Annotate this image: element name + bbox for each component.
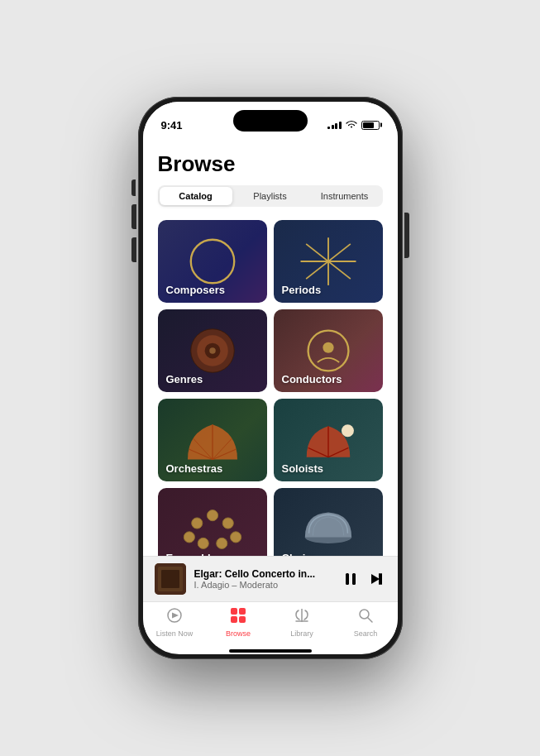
svg-point-30 [360,610,369,619]
tab-listen-now[interactable]: Listen Now [143,607,207,638]
svg-point-0 [190,240,234,284]
svg-point-18 [216,538,227,548]
grid-label-soloists: Soloists [282,462,324,475]
grid-item-conductors[interactable]: Conductors [274,309,383,392]
grid-label-conductors: Conductors [282,373,342,385]
skip-forward-button[interactable] [370,572,386,586]
grid-label-periods: Periods [282,284,322,296]
search-icon [357,607,374,628]
mini-player-info: Elgar: Cello Concerto in... I. Adagio – … [194,568,335,590]
tab-playlists[interactable]: Playlists [234,187,307,205]
grid-item-ensembles[interactable]: Ensembles [158,488,267,556]
svg-rect-23 [346,573,349,585]
grid-item-composers[interactable]: Composers [158,220,267,303]
home-indicator [229,649,312,653]
tab-label-listen-now: Listen Now [156,629,194,638]
tab-search[interactable]: Search [334,607,398,638]
grid-item-choirs[interactable]: Choirs [274,488,383,556]
mini-player-artwork [155,563,186,595]
grid-item-periods[interactable]: Periods [274,220,383,303]
svg-point-16 [230,532,241,543]
signal-icon [327,121,342,129]
svg-line-31 [368,618,372,622]
battery-icon [361,121,380,130]
browse-icon [230,607,246,628]
status-icons [327,120,380,131]
silent-switch[interactable] [131,179,136,196]
tab-label-library: Library [290,629,313,638]
tab-catalog[interactable]: Catalog [160,187,232,205]
tab-bar: Listen Now Browse [143,601,398,646]
svg-point-13 [191,518,202,529]
mini-player[interactable]: Elgar: Cello Concerto in... I. Adagio – … [143,556,398,601]
svg-point-17 [198,538,208,548]
mini-player-controls [343,572,386,586]
grid-item-orchestras[interactable]: Orchestras [158,399,267,481]
status-time: 9:41 [161,119,183,132]
tab-library[interactable]: Library [270,607,334,638]
phone-screen: 9:41 [143,102,398,654]
grid-label-choirs: Choirs [282,552,316,556]
tab-browse[interactable]: Browse [207,607,270,638]
page-title: Browse [158,151,383,177]
svg-point-14 [222,518,233,529]
svg-rect-24 [352,573,356,585]
grid-item-soloists[interactable]: Soloists [274,399,383,481]
grid-label-ensembles: Ensembles [166,552,223,556]
svg-point-8 [209,347,216,354]
browse-grid: Composers Periods [143,213,398,556]
phone-frame: 9:41 [138,97,403,659]
svg-point-10 [323,342,333,353]
main-content: Browse Catalog Playlists Instruments Com… [143,141,398,556]
svg-point-11 [341,424,353,437]
svg-rect-28 [231,616,237,623]
power-button[interactable] [404,213,409,258]
tab-label-search: Search [354,629,378,638]
grid-item-genres[interactable]: Genres [158,309,267,392]
listen-now-icon [166,607,183,628]
library-icon [294,607,310,628]
tab-instruments[interactable]: Instruments [308,187,381,205]
volume-up-button[interactable] [131,204,136,229]
segment-control: Catalog Playlists Instruments [158,185,383,207]
svg-rect-29 [239,616,246,623]
svg-rect-27 [239,608,246,615]
dynamic-island [233,110,308,132]
svg-point-12 [207,510,217,521]
mini-player-title: Elgar: Cello Concerto in... [194,568,335,580]
grid-label-orchestras: Orchestras [166,462,223,475]
grid-label-genres: Genres [166,373,203,385]
svg-point-15 [184,532,194,543]
volume-down-button[interactable] [131,237,136,262]
mini-player-subtitle: I. Adagio – Moderato [194,580,335,590]
svg-rect-22 [161,570,179,588]
wifi-icon [346,120,357,131]
grid-label-composers: Composers [166,284,226,296]
browse-header: Browse Catalog Playlists Instruments [143,141,398,213]
svg-rect-26 [231,608,237,615]
pause-button[interactable] [343,572,358,586]
tab-label-browse: Browse [226,629,251,638]
